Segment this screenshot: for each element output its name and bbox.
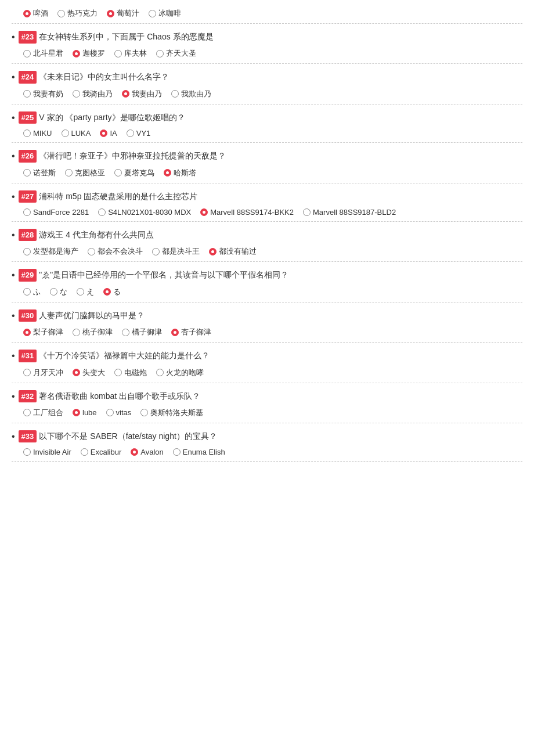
answer-option[interactable]: 诺登斯 <box>23 168 56 178</box>
answer-option[interactable]: 夏塔克鸟 <box>114 168 154 178</box>
radio-icon[interactable] <box>23 169 31 177</box>
answer-option[interactable]: vitas <box>106 408 132 417</box>
radio-icon[interactable] <box>156 50 164 57</box>
answer-option[interactable]: Invisible Air <box>23 448 71 456</box>
radio-icon[interactable] <box>98 208 106 216</box>
radio-icon[interactable] <box>114 369 122 376</box>
answer-option[interactable]: 啤酒 <box>23 8 48 19</box>
radio-icon[interactable] <box>156 369 164 376</box>
answer-option[interactable]: Excalibur <box>81 448 121 456</box>
radio-icon[interactable] <box>23 10 31 17</box>
radio-icon[interactable] <box>122 329 129 336</box>
answer-option[interactable]: S4LN021X01-8030 MDX <box>98 208 191 217</box>
answer-option[interactable]: ふ <box>23 287 41 297</box>
answer-option[interactable]: 热巧克力 <box>57 8 98 19</box>
radio-icon[interactable] <box>149 10 156 17</box>
answer-option[interactable]: 我欺由乃 <box>171 89 211 99</box>
answer-option[interactable]: る <box>103 287 121 297</box>
answer-option[interactable]: 北斗星君 <box>23 48 63 59</box>
answer-option[interactable]: 头变大 <box>73 368 105 378</box>
answer-option[interactable]: 杏子御津 <box>171 327 211 337</box>
radio-icon[interactable] <box>73 90 80 98</box>
answers-row: 月牙天冲头变大电磁炮火龙的咆哮 <box>12 365 522 380</box>
radio-icon[interactable] <box>73 369 80 376</box>
answer-option[interactable]: え <box>77 287 94 297</box>
radio-icon[interactable] <box>164 169 171 177</box>
answer-option[interactable]: 都没有输过 <box>209 246 257 257</box>
radio-icon[interactable] <box>73 50 80 57</box>
answer-option[interactable]: lube <box>73 408 97 417</box>
radio-icon[interactable] <box>122 90 129 98</box>
answer-option[interactable]: な <box>50 287 67 297</box>
answer-option[interactable]: 电磁炮 <box>114 368 147 378</box>
answer-option[interactable]: SandForce 2281 <box>23 208 89 217</box>
answer-option[interactable]: 橘子御津 <box>122 327 162 337</box>
radio-icon[interactable] <box>88 248 95 255</box>
answer-option[interactable]: 冰咖啡 <box>149 8 181 19</box>
answer-option[interactable]: Enuma Elish <box>173 448 225 456</box>
radio-icon[interactable] <box>23 369 31 376</box>
answers-row: 啤酒热巧克力葡萄汁冰咖啡 <box>12 6 522 21</box>
answer-option[interactable]: 桃子御津 <box>73 327 113 337</box>
radio-icon[interactable] <box>209 248 217 255</box>
radio-icon[interactable] <box>23 409 31 416</box>
radio-icon[interactable] <box>140 409 148 416</box>
answer-option[interactable]: 发型都是海产 <box>23 246 78 257</box>
radio-icon[interactable] <box>23 50 31 57</box>
answer-option[interactable]: 我妻有奶 <box>23 89 63 99</box>
radio-icon[interactable] <box>103 288 111 296</box>
answer-option[interactable]: 我骑由乃 <box>73 89 113 99</box>
answer-option[interactable]: 齐天大圣 <box>156 48 196 59</box>
answer-option[interactable]: 克图格亚 <box>65 168 105 178</box>
radio-icon[interactable] <box>131 448 138 456</box>
radio-icon[interactable] <box>171 329 179 336</box>
radio-icon[interactable] <box>23 448 31 456</box>
answer-option[interactable]: 梨子御津 <box>23 327 63 337</box>
answer-option[interactable]: 工厂组合 <box>23 408 63 418</box>
answer-option[interactable]: 火龙的咆哮 <box>156 368 204 378</box>
radio-icon[interactable] <box>23 248 31 255</box>
radio-icon[interactable] <box>23 90 31 98</box>
answer-option[interactable]: 月牙天冲 <box>23 368 63 378</box>
radio-icon[interactable] <box>100 129 107 137</box>
answer-option[interactable]: IA <box>100 129 117 138</box>
radio-icon[interactable] <box>23 329 31 336</box>
radio-icon[interactable] <box>73 329 80 336</box>
radio-icon[interactable] <box>200 208 208 216</box>
radio-icon[interactable] <box>73 409 80 416</box>
answer-option[interactable]: 都会不会决斗 <box>88 246 143 257</box>
radio-icon[interactable] <box>23 288 31 296</box>
answer-option[interactable]: 我妻由乃 <box>122 89 162 99</box>
answer-option[interactable]: Marvell 88SS9187-BLD2 <box>303 208 396 217</box>
radio-icon[interactable] <box>171 90 179 98</box>
radio-icon[interactable] <box>106 409 114 416</box>
radio-icon[interactable] <box>23 129 31 137</box>
radio-icon[interactable] <box>81 448 88 456</box>
answer-option[interactable]: 都是决斗王 <box>152 246 200 257</box>
answer-option[interactable]: 哈斯塔 <box>164 168 196 178</box>
radio-icon[interactable] <box>50 288 57 296</box>
radio-icon[interactable] <box>23 208 31 216</box>
answer-option[interactable]: 奥斯特洛夫斯基 <box>140 408 203 418</box>
radio-icon[interactable] <box>57 10 65 17</box>
radio-icon[interactable] <box>62 129 69 137</box>
radio-icon[interactable] <box>107 10 114 17</box>
answer-option[interactable]: VY1 <box>127 129 151 138</box>
radio-icon[interactable] <box>77 288 84 296</box>
answer-option[interactable]: MIKU <box>23 129 52 138</box>
answer-option[interactable]: Avalon <box>131 448 164 456</box>
answer-label: 发型都是海产 <box>33 246 78 257</box>
radio-icon[interactable] <box>114 50 122 57</box>
radio-icon[interactable] <box>152 248 160 255</box>
answer-option[interactable]: 葡萄汁 <box>107 8 139 19</box>
radio-icon[interactable] <box>127 129 134 137</box>
radio-icon[interactable] <box>173 448 181 456</box>
divider <box>12 104 522 105</box>
answer-option[interactable]: LUKA <box>62 129 91 138</box>
answer-option[interactable]: 库夫林 <box>114 48 147 59</box>
radio-icon[interactable] <box>303 208 311 216</box>
answer-option[interactable]: 迦楼罗 <box>73 48 105 59</box>
radio-icon[interactable] <box>114 169 122 177</box>
answer-option[interactable]: Marvell 88SS9174-BKK2 <box>200 208 294 217</box>
radio-icon[interactable] <box>65 169 73 177</box>
